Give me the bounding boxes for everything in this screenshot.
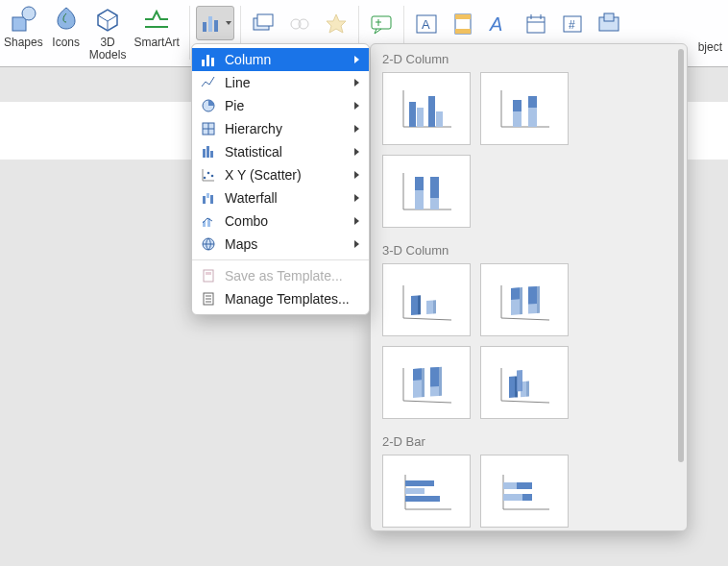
svg-rect-6 xyxy=(257,14,273,26)
svg-rect-79 xyxy=(520,287,522,314)
icons-icon xyxy=(51,4,82,35)
submenu-arrow-icon xyxy=(354,217,359,225)
svg-rect-54 xyxy=(417,108,424,127)
svg-rect-73 xyxy=(426,300,433,313)
scatter-icon xyxy=(200,166,217,184)
svg-rect-18 xyxy=(527,17,545,33)
calendar-icon xyxy=(523,12,548,37)
menu-separator xyxy=(192,259,369,260)
menu-hierarchy[interactable]: Hierarchy xyxy=(192,117,369,140)
gallery-heading-3d-column: 3-D Column xyxy=(371,235,675,263)
3d-models-label: 3D Models xyxy=(89,37,127,62)
icons-label: Icons xyxy=(52,37,80,49)
menu-waterfall[interactable]: Waterfall xyxy=(192,186,369,209)
wordart-icon: A xyxy=(487,12,512,37)
smartart-button[interactable]: SmartArt xyxy=(130,2,182,62)
svg-rect-56 xyxy=(436,111,443,127)
menu-label: Hierarchy xyxy=(225,121,282,136)
link-button[interactable] xyxy=(283,8,316,40)
slide-number-icon: # xyxy=(560,12,585,37)
cube-icon xyxy=(92,4,123,35)
svg-rect-15 xyxy=(455,14,471,19)
shapes-label: Shapes xyxy=(4,37,43,49)
object-button[interactable] xyxy=(593,8,625,40)
svg-text:#: # xyxy=(569,18,575,32)
menu-scatter[interactable]: X Y (Scatter) xyxy=(192,163,369,186)
comment-button[interactable] xyxy=(365,8,398,40)
menu-pie[interactable]: Pie xyxy=(192,94,369,117)
my-addins-button[interactable] xyxy=(247,8,279,40)
svg-rect-53 xyxy=(409,102,416,127)
submenu-arrow-icon xyxy=(354,56,359,63)
submenu-arrow-icon xyxy=(354,240,359,248)
menu-line[interactable]: Line xyxy=(192,71,369,94)
column-icon xyxy=(200,51,217,68)
svg-rect-41 xyxy=(210,195,213,204)
menu-save-template: Save as Template... xyxy=(192,264,369,287)
gallery-heading-2d-bar: 2-D Bar xyxy=(371,427,675,455)
submenu-arrow-icon xyxy=(354,102,359,110)
svg-text:A: A xyxy=(422,17,430,32)
svg-line-83 xyxy=(403,401,451,403)
svg-rect-34 xyxy=(206,146,209,158)
svg-rect-66 xyxy=(415,177,424,190)
shapes-button[interactable]: Shapes xyxy=(0,2,47,62)
svg-rect-60 xyxy=(513,100,522,111)
header-footer-button[interactable] xyxy=(447,8,479,40)
3d-clustered-column-thumb[interactable] xyxy=(382,263,471,336)
statistical-icon xyxy=(200,143,217,160)
stacked-bar-thumb[interactable] xyxy=(480,455,569,528)
menu-label: Combo xyxy=(225,213,268,229)
clustered-bar-thumb[interactable] xyxy=(382,455,471,528)
manage-templates-icon xyxy=(200,290,217,308)
svg-rect-2 xyxy=(203,22,206,32)
wordart-button[interactable]: A xyxy=(483,8,516,40)
stacked-column-thumb[interactable] xyxy=(480,72,569,145)
svg-rect-101 xyxy=(405,488,425,494)
object-icon xyxy=(596,12,621,37)
svg-point-37 xyxy=(207,172,210,175)
hierarchy-icon xyxy=(200,120,217,137)
svg-rect-89 xyxy=(430,367,439,387)
menu-statistical[interactable]: Statistical xyxy=(192,140,369,163)
link-icon xyxy=(287,12,312,37)
column-chart-gallery: 2-D Column 3-D Column xyxy=(370,43,688,531)
svg-rect-59 xyxy=(513,111,522,127)
svg-rect-25 xyxy=(604,13,614,21)
3d-models-button[interactable]: 3D Models xyxy=(85,2,131,62)
menu-label: Manage Templates... xyxy=(225,291,350,307)
slide-number-button[interactable]: # xyxy=(556,8,589,40)
menu-maps[interactable]: Maps xyxy=(192,233,369,256)
addins-icon xyxy=(251,12,276,37)
svg-rect-90 xyxy=(439,367,442,396)
svg-rect-96 xyxy=(526,381,529,397)
svg-rect-35 xyxy=(210,151,213,158)
100-stacked-column-thumb[interactable] xyxy=(382,155,471,228)
svg-rect-72 xyxy=(418,295,421,314)
svg-rect-97 xyxy=(517,370,522,391)
date-time-button[interactable] xyxy=(520,8,552,40)
menu-label: Statistical xyxy=(225,144,282,160)
menu-label: Waterfall xyxy=(225,190,278,206)
icons-button[interactable]: Icons xyxy=(47,2,85,62)
3d-100-stacked-column-thumb[interactable] xyxy=(382,346,471,419)
svg-line-91 xyxy=(501,401,549,403)
menu-combo[interactable]: Combo xyxy=(192,209,369,233)
3d-stacked-column-thumb[interactable] xyxy=(480,263,569,336)
3d-column-thumb[interactable] xyxy=(480,346,569,419)
svg-line-69 xyxy=(403,318,451,320)
insert-chart-button[interactable] xyxy=(196,6,234,40)
svg-point-1 xyxy=(22,7,36,20)
line-icon xyxy=(200,74,217,91)
comment-icon xyxy=(369,12,394,37)
action-button[interactable] xyxy=(320,8,352,40)
textbox-button[interactable]: A xyxy=(410,8,443,40)
waterfall-icon xyxy=(200,189,217,207)
svg-rect-71 xyxy=(411,296,418,315)
menu-column[interactable]: Column xyxy=(192,48,369,71)
svg-rect-93 xyxy=(509,377,515,398)
menu-manage-templates[interactable]: Manage Templates... xyxy=(192,287,369,310)
gallery-scrollbar[interactable] xyxy=(678,49,684,462)
svg-rect-16 xyxy=(455,29,471,34)
clustered-column-thumb[interactable] xyxy=(382,72,471,145)
